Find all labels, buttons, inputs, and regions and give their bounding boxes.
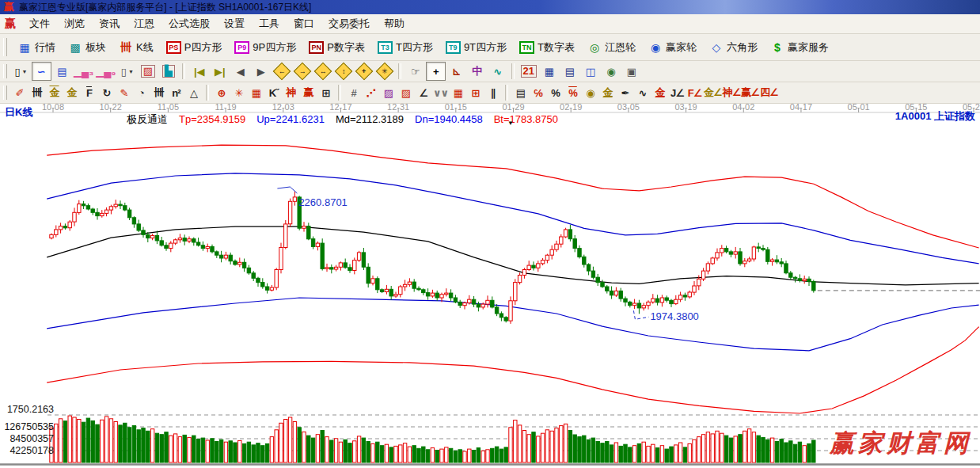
sectors-button[interactable]: ▩板块 (63, 39, 112, 56)
pan-right-button[interactable]: → (292, 62, 312, 81)
last-bar-button[interactable]: ▶| (210, 62, 230, 81)
indicator-dropdown-icon[interactable]: ▼ (507, 120, 514, 127)
zoom-vertical-button[interactable]: ↕ (333, 62, 353, 81)
winner-wheel-button[interactable]: ◉赢家轮 (643, 39, 702, 56)
save-button[interactable]: ◫ (580, 62, 600, 81)
t-square-button[interactable]: T3T四方形 (372, 39, 439, 56)
k-quote-tool[interactable]: K˝ (265, 85, 282, 101)
red-grid-tool[interactable]: ▦ (450, 85, 466, 101)
9p-square-button[interactable]: P99P四方形 (229, 39, 302, 56)
menu-item-2[interactable]: 资讯 (92, 15, 127, 32)
menu-item-1[interactable]: 浏览 (57, 15, 92, 32)
bars-9-tool[interactable]: ▁▄₉ (95, 62, 116, 81)
menu-item-3[interactable]: 江恩 (127, 15, 161, 32)
center-view-button[interactable]: ✳ (374, 62, 394, 81)
shen-grid-tool[interactable]: 神 (283, 85, 299, 101)
workstation-button[interactable]: ▣ (621, 62, 641, 81)
menu-item-5[interactable]: 设置 (217, 15, 252, 32)
grid-box-tool[interactable]: ▨ (397, 85, 414, 101)
histogram-tool[interactable]: ▙ (158, 62, 178, 81)
pattern-tool[interactable]: ▨ (138, 62, 158, 81)
calculator-button[interactable]: ▦ (539, 62, 559, 81)
expand-all-button[interactable]: + (354, 62, 374, 81)
price-levels-tool[interactable]: ▤ (512, 85, 529, 101)
calendar-button[interactable]: 21 (518, 62, 538, 81)
menu-item-4[interactable]: 公式选股 (161, 15, 217, 32)
hand-tool[interactable]: ☞ (405, 62, 425, 81)
gann-comb-tool[interactable]: 卌 (28, 85, 45, 101)
crosshair-circle-tool[interactable]: ⊕ (213, 85, 230, 101)
menu-item-7[interactable]: 窗口 (287, 15, 321, 32)
toolbar-separator (511, 63, 515, 79)
trend-angle-tool[interactable]: ∠ (415, 85, 431, 101)
wave-box-tool[interactable]: ∿ (634, 85, 651, 101)
wave-tool[interactable]: ∿ (488, 62, 507, 81)
zoom-horizontal-button[interactable]: ↔ (313, 62, 332, 81)
brush-tool[interactable]: ✎ (116, 85, 132, 101)
report-button[interactable]: ▤ (560, 62, 579, 81)
indicator-name[interactable]: 极反通道 (127, 113, 168, 125)
fan-lines-tool[interactable]: ⋰ (363, 85, 379, 101)
star-grid-tool[interactable]: ✳ (230, 85, 247, 101)
period-candle-dropdown[interactable]: ▯▼ (11, 62, 31, 81)
notes-tool[interactable]: ▤ (52, 62, 72, 81)
quotes-button[interactable]: ▦行情 (12, 39, 61, 56)
percent-line-tool[interactable]: % (564, 85, 581, 101)
p-number-table-button[interactable]: PNP数字表 (303, 39, 370, 56)
gold-circle-tool[interactable]: ◉ (582, 85, 598, 101)
chart-area[interactable]: 10-0810-2211-0511-1912-0312-1712-3101-15… (0, 104, 980, 468)
square-grid-tool[interactable]: ▦ (248, 85, 264, 101)
angle-measure-tool[interactable]: ⊾ (446, 62, 466, 81)
winner-service-button[interactable]: $赢家服务 (765, 39, 834, 56)
j-angle-tool[interactable]: J∠ (669, 85, 686, 101)
indicator-dn-value: Dn=1940.4458 (415, 113, 483, 125)
gold-angle-tool[interactable]: 金∠ (704, 85, 722, 101)
f-comb-tool[interactable]: F (81, 85, 97, 101)
menu-item-8[interactable]: 交易委托 (321, 15, 377, 32)
menu-item-6[interactable]: 工具 (252, 15, 287, 32)
menu-item-9[interactable]: 帮助 (377, 15, 412, 32)
box-measure-tool[interactable]: # (345, 85, 362, 101)
web-service-button[interactable]: ◉ (601, 62, 621, 81)
percent-angle-tool[interactable]: ℅ (530, 85, 546, 101)
t-number-table-button[interactable]: TNT数字表 (514, 39, 580, 56)
cycle-clock-tool[interactable]: ◔ (133, 85, 150, 101)
ruler-123-tool[interactable]: ⊞ (317, 85, 334, 101)
pan-left-button[interactable]: ← (272, 62, 291, 81)
single-candle-dropdown[interactable]: ▯▼ (117, 62, 137, 81)
gann-wheel-button[interactable]: ◎江恩轮 (582, 39, 641, 56)
win-angle-tool[interactable]: 赢∠ (741, 85, 759, 101)
gold-line-tool[interactable]: 金 (599, 85, 616, 101)
comb2-tool[interactable]: 卌 (150, 85, 167, 101)
f-angle-tool[interactable]: F∠ (686, 85, 703, 101)
channel-line-Tp (47, 145, 978, 248)
menu-item-0[interactable]: 文件 (22, 15, 57, 32)
p-square-button[interactable]: PSP四方形 (161, 39, 228, 56)
n-square-tool[interactable]: n² (168, 85, 184, 101)
9t-square-button[interactable]: T99T四方形 (440, 39, 512, 56)
gold-comb2-tool[interactable]: 金 (63, 85, 80, 101)
gann-center-tool[interactable]: 中 (467, 62, 487, 81)
parallel-lines-tool[interactable]: ∥ (484, 85, 501, 101)
ink-pen-tool[interactable]: ✒ (617, 85, 633, 101)
prev-bar-button[interactable]: ◀ (230, 62, 250, 81)
bars-3-tool[interactable]: ▁▄₃ (73, 62, 94, 81)
win-grid-tool[interactable]: 赢 (300, 85, 317, 101)
first-bar-button[interactable]: |◀ (189, 62, 209, 81)
zigzag-small-tool[interactable]: ∨∨ (432, 85, 449, 101)
crosshair-tool[interactable]: + (426, 62, 446, 81)
next-bar-button[interactable]: ▶ (251, 62, 271, 81)
spiral-tool[interactable]: ↻ (98, 85, 115, 101)
shen-angle-tool[interactable]: 神∠ (723, 85, 741, 101)
kline-button[interactable]: 卌K线 (113, 39, 159, 56)
angle-a-tool[interactable]: △ (185, 85, 202, 101)
gold-under-tool[interactable]: 金 (651, 85, 668, 101)
flag-pen-tool[interactable]: ✐ (11, 85, 28, 101)
four-angle-tool[interactable]: 四∠ (760, 85, 778, 101)
gold-comb-tool[interactable]: 金 (46, 85, 63, 101)
hexagon-button[interactable]: ◇六角形 (704, 39, 763, 56)
zigzag-draw-tool[interactable]: ∽ (32, 62, 51, 81)
red-grid2-tool[interactable]: ⊞ (467, 85, 484, 101)
percent-tool[interactable]: % (547, 85, 564, 101)
fan-box-tool[interactable]: ▨ (380, 85, 397, 101)
